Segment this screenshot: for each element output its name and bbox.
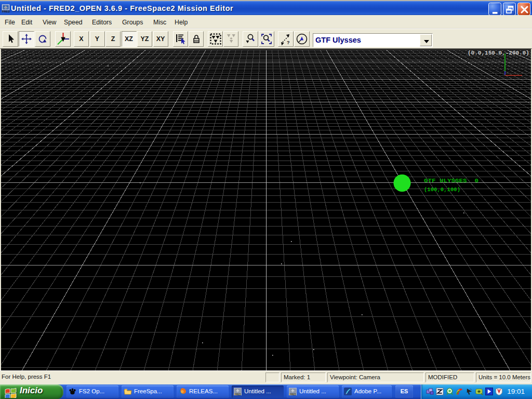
svg-text:FRED: FRED [2,10,10,13]
svg-text:(100,0,100): (100,0,100) [424,187,460,193]
svg-text:GTF ULYSSES 0: GTF ULYSSES 0 [424,178,478,184]
svg-text:(0.0,150.0,-200.0): (0.0,150.0,-200.0) [468,50,529,56]
svg-text:?: ? [287,40,290,45]
svg-text:FRED: FRED [234,393,241,395]
svg-text:FRED: FRED [289,393,296,395]
